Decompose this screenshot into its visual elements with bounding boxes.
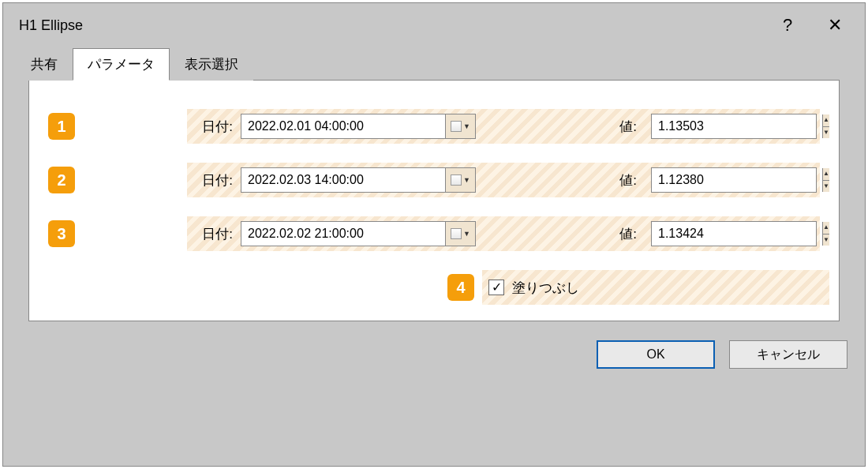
- titlebar: H1 Ellipse ? ✕: [3, 3, 865, 47]
- help-button[interactable]: ?: [764, 9, 811, 42]
- window-title: H1 Ellipse: [19, 17, 764, 34]
- fill-label: 塗りつぶし: [512, 279, 579, 297]
- date-label: 日付:: [195, 118, 233, 136]
- spin-up-2[interactable]: ▲: [823, 168, 829, 181]
- value-field-3: ▲ ▼: [651, 221, 817, 246]
- value-label: 値:: [608, 171, 637, 189]
- help-icon: ?: [783, 15, 792, 36]
- badge-3: 3: [48, 220, 75, 247]
- fill-checkbox[interactable]: ✓: [488, 280, 504, 295]
- spin-down-2[interactable]: ▼: [823, 181, 829, 193]
- spinner-2: ▲ ▼: [822, 168, 829, 192]
- tabs-container: 共有 パラメータ 表示選択 1 日付: ▼ 値:: [3, 47, 865, 331]
- dropdown-arrow-icon: ▼: [463, 230, 470, 238]
- fill-row: 4 ✓ 塗りつぶし: [482, 270, 829, 305]
- date-field-3: ▼: [241, 221, 476, 246]
- spinner-3: ▲ ▼: [822, 222, 829, 246]
- spinner-1: ▲ ▼: [822, 114, 829, 138]
- date-label: 日付:: [195, 171, 233, 189]
- value-input-1[interactable]: [652, 119, 822, 133]
- badge-2: 2: [48, 167, 75, 193]
- date-input-1[interactable]: [241, 119, 445, 133]
- value-label: 値:: [608, 225, 637, 243]
- value-input-2[interactable]: [652, 173, 822, 187]
- value-field-2: ▲ ▼: [651, 167, 817, 193]
- calendar-icon: [451, 174, 462, 186]
- spin-down-1[interactable]: ▼: [823, 127, 829, 139]
- date-picker-button-3[interactable]: ▼: [445, 222, 475, 246]
- date-field-2: ▼: [241, 167, 476, 193]
- ok-button[interactable]: OK: [597, 340, 715, 369]
- dialog-window: H1 Ellipse ? ✕ 共有 パラメータ 表示選択 1 日付:: [2, 2, 866, 467]
- date-picker-button-1[interactable]: ▼: [445, 114, 475, 138]
- cancel-button[interactable]: キャンセル: [729, 340, 847, 369]
- close-button[interactable]: ✕: [811, 9, 859, 42]
- badge-4: 4: [447, 274, 474, 301]
- tab-strip: 共有 パラメータ 表示選択: [16, 48, 852, 81]
- date-field-1: ▼: [241, 114, 476, 139]
- date-picker-button-2[interactable]: ▼: [445, 168, 475, 192]
- dropdown-arrow-icon: ▼: [463, 176, 470, 184]
- date-input-2[interactable]: [241, 173, 445, 187]
- value-input-3[interactable]: [652, 227, 822, 241]
- param-row-3: 3 日付: ▼ 値: ▲: [187, 216, 820, 251]
- row-inner: 日付: ▼ 値: ▲ ▼: [187, 114, 820, 139]
- tab-panel: 1 日付: ▼ 値: ▲: [28, 80, 840, 321]
- row-inner: 日付: ▼ 値: ▲ ▼: [187, 221, 820, 246]
- param-row-2: 2 日付: ▼ 値: ▲: [187, 163, 820, 197]
- tab-display-selection[interactable]: 表示選択: [170, 48, 253, 81]
- date-input-3[interactable]: [241, 227, 445, 241]
- tab-parameters[interactable]: パラメータ: [73, 48, 170, 81]
- spin-down-3[interactable]: ▼: [823, 234, 829, 246]
- calendar-icon: [451, 228, 462, 239]
- spin-up-1[interactable]: ▲: [823, 114, 829, 127]
- value-label: 値:: [608, 118, 637, 136]
- checkmark-icon: ✓: [492, 281, 502, 294]
- row-inner: 日付: ▼ 値: ▲ ▼: [187, 167, 820, 193]
- param-row-1: 1 日付: ▼ 値: ▲: [187, 109, 820, 144]
- dropdown-arrow-icon: ▼: [463, 122, 470, 130]
- tab-share[interactable]: 共有: [16, 48, 73, 81]
- date-label: 日付:: [195, 225, 233, 243]
- value-field-1: ▲ ▼: [651, 114, 817, 139]
- calendar-icon: [451, 121, 462, 132]
- badge-1: 1: [48, 113, 75, 140]
- dialog-footer: OK キャンセル: [3, 331, 865, 378]
- close-icon: ✕: [828, 15, 842, 36]
- spin-up-3[interactable]: ▲: [823, 222, 829, 234]
